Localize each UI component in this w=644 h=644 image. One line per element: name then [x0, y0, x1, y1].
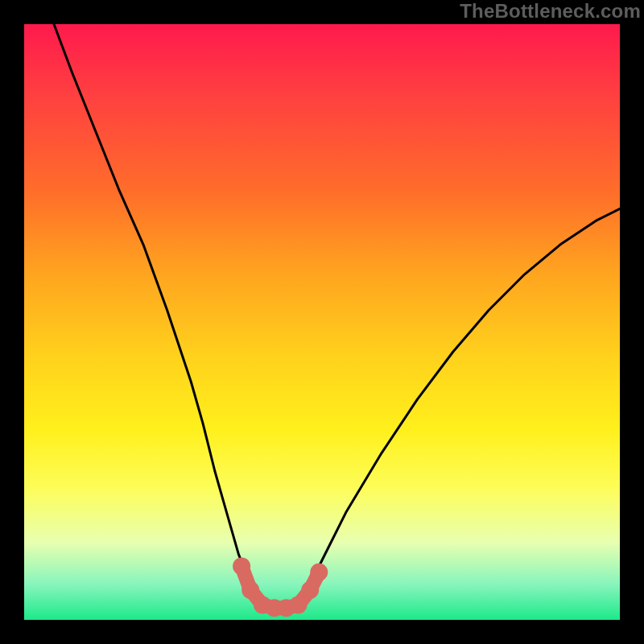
marker-right-upper — [310, 564, 328, 581]
bottleneck-curve — [54, 24, 620, 608]
plot-area — [24, 24, 620, 620]
chart-frame: TheBottleneck.com — [0, 0, 644, 644]
marker-left-upper — [233, 557, 250, 575]
marker-right-mid — [301, 581, 319, 599]
marker-left-mid — [242, 581, 259, 599]
marker-group — [233, 557, 328, 617]
chart-svg — [24, 24, 620, 620]
marker-trough-4 — [289, 597, 307, 614]
watermark: TheBottleneck.com — [460, 0, 641, 23]
